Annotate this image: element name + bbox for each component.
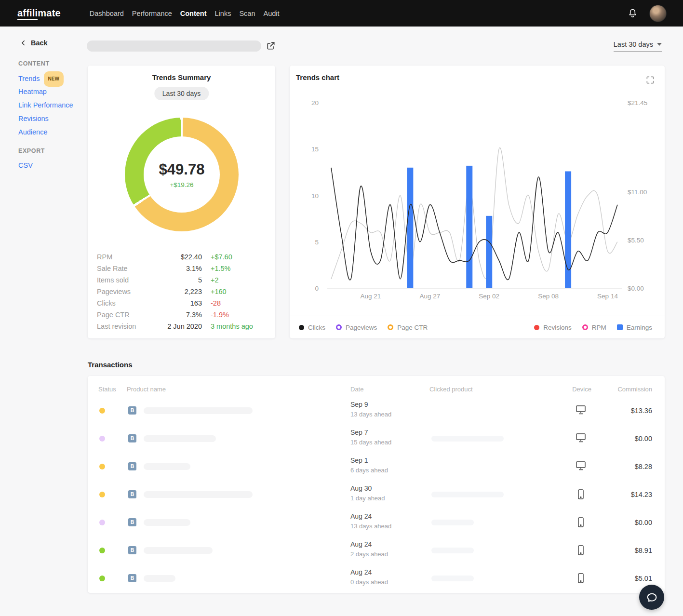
- transaction-date-note: 2 days ahead: [350, 550, 388, 558]
- column-header-product: Product name: [127, 386, 166, 393]
- stat-delta: +2: [202, 276, 268, 284]
- merchant-badge: B: [128, 434, 136, 442]
- device-cell: [575, 489, 587, 502]
- nav-item-performance[interactable]: Performance: [132, 10, 172, 17]
- stat-label: Clicks: [97, 299, 156, 307]
- legend-item-clicks[interactable]: Clicks: [299, 324, 325, 331]
- notifications-bell-icon[interactable]: [628, 8, 638, 19]
- transaction-row[interactable]: BSep 16 days ahead$8.28: [88, 453, 665, 481]
- device-cell: [575, 545, 587, 558]
- stat-value: 2,223: [156, 288, 202, 295]
- status-dot: [99, 576, 105, 581]
- left-axis-tick: 5: [315, 239, 319, 246]
- device-cell: [575, 517, 587, 530]
- date-range-dropdown[interactable]: Last 30 days: [614, 40, 662, 52]
- right-axis-tick: $5.50: [628, 237, 644, 244]
- sidebar-section-content: CONTENTTrendsNEWHeatmapLink PerformanceR…: [18, 60, 91, 139]
- legend-label: Revisions: [543, 324, 572, 331]
- mobile-icon: [577, 489, 584, 500]
- top-navigation: affilimate DashboardPerformanceContentLi…: [0, 0, 683, 27]
- legend-label: Pageviews: [346, 324, 377, 331]
- x-axis-tick: Sep 02: [479, 293, 499, 300]
- transaction-date: Sep 7: [350, 429, 368, 436]
- legend-item-page-ctr[interactable]: Page CTR: [388, 324, 428, 331]
- status-dot: [99, 408, 105, 414]
- transaction-row[interactable]: BAug 240 days ahead$5.01: [88, 564, 665, 592]
- legend-item-pageviews[interactable]: Pageviews: [336, 324, 377, 331]
- stat-value: $22.40: [156, 253, 202, 261]
- sidebar-item-csv[interactable]: CSV: [18, 159, 91, 172]
- legend-item-revisions[interactable]: Revisions: [534, 324, 572, 331]
- transaction-row[interactable]: BAug 301 day ahead$14.23: [88, 481, 665, 509]
- nav-item-content[interactable]: Content: [180, 10, 207, 17]
- chevron-left-icon: [20, 40, 27, 46]
- legend-divider: [290, 316, 665, 316]
- device-cell: [575, 405, 587, 417]
- device-cell: [575, 573, 587, 586]
- stat-delta: -28: [202, 299, 268, 307]
- ring-marker-icon: [336, 324, 342, 330]
- merchant-badge: B: [128, 406, 136, 415]
- transaction-row[interactable]: BAug 242 days ahead$8.91: [88, 536, 665, 564]
- trends-summary-card: Trends Summary Last 30 days $49.78 +$19.…: [88, 66, 275, 338]
- nav-item-audit[interactable]: Audit: [263, 10, 279, 17]
- back-button[interactable]: Back: [20, 39, 48, 47]
- sidebar-item-audience[interactable]: Audience: [18, 125, 91, 139]
- transaction-row[interactable]: BAug 2413 days ahead$0.00: [88, 509, 665, 536]
- commission-value: $0.00: [635, 425, 652, 453]
- app-logo[interactable]: affilimate: [17, 8, 61, 19]
- stat-row-sale-rate: Sale Rate3.1%+1.5%: [97, 263, 268, 274]
- stat-row-pageviews: Pageviews2,223+160: [97, 286, 268, 297]
- sidebar-section-title: CONTENT: [18, 60, 91, 67]
- date-range-value: Last 30 days: [614, 40, 653, 48]
- legend-label: Earnings: [627, 324, 652, 331]
- chat-support-button[interactable]: [639, 585, 664, 610]
- left-axis-tick: 10: [311, 192, 319, 200]
- sidebar-item-revisions[interactable]: Revisions: [18, 112, 91, 125]
- dot-marker-icon: [534, 325, 539, 330]
- transaction-date-note: 0 days ahead: [350, 578, 388, 586]
- summary-title: Trends Summary: [88, 73, 275, 81]
- summary-stats: RPM$22.40+$7.60Sale Rate3.1%+1.5%Items s…: [97, 251, 268, 332]
- earnings-bar: [486, 216, 492, 288]
- sidebar-section-export: EXPORTCSV: [18, 147, 91, 172]
- column-header-clicked: Clicked product: [429, 386, 473, 393]
- commission-value: $0.00: [635, 509, 652, 536]
- chat-bubble-icon: [646, 591, 658, 603]
- x-axis-tick: Sep 14: [597, 293, 618, 300]
- page-url-bar[interactable]: [87, 40, 261, 52]
- clicked-product-placeholder: [431, 576, 474, 581]
- commission-value: $8.91: [635, 536, 652, 564]
- nav-right: [628, 5, 667, 22]
- stat-label: Sale Rate: [97, 265, 156, 272]
- chart-legend-right: RevisionsRPMEarnings: [534, 320, 652, 335]
- left-axis-tick: 0: [315, 285, 319, 292]
- nav-item-dashboard[interactable]: Dashboard: [90, 10, 124, 17]
- sidebar-item-trends[interactable]: TrendsNEW: [18, 71, 91, 85]
- nav-item-links[interactable]: Links: [215, 10, 231, 17]
- stat-label: Page CTR: [97, 311, 156, 319]
- transaction-date-note: 13 days ahead: [350, 411, 391, 418]
- nav-item-scan[interactable]: Scan: [239, 10, 255, 17]
- sidebar-item-heatmap[interactable]: Heatmap: [18, 85, 91, 98]
- legend-item-earnings[interactable]: Earnings: [617, 324, 652, 331]
- clicked-product-placeholder: [431, 520, 474, 525]
- stat-delta: +160: [202, 288, 268, 295]
- clicked-product-placeholder: [431, 436, 504, 442]
- legend-item-rpm[interactable]: RPM: [582, 324, 606, 331]
- square-marker-icon: [617, 324, 623, 330]
- stat-label: Items sold: [97, 276, 156, 284]
- transaction-row[interactable]: BSep 715 days ahead$0.00: [88, 425, 665, 453]
- device-cell: [575, 461, 587, 473]
- sidebar-item-link-performance[interactable]: Link Performance: [18, 98, 91, 112]
- external-link-icon[interactable]: [266, 41, 276, 51]
- transaction-date-note: 15 days ahead: [350, 439, 391, 446]
- transaction-date: Sep 1: [350, 456, 368, 464]
- transaction-row[interactable]: BSep 913 days ahead$13.36: [88, 397, 665, 425]
- status-dot: [99, 548, 105, 553]
- desktop-icon: [576, 405, 586, 415]
- merchant-badge: B: [128, 518, 136, 526]
- summary-period-pill: Last 30 days: [154, 87, 209, 100]
- mobile-icon: [577, 545, 584, 556]
- user-avatar[interactable]: [649, 5, 667, 22]
